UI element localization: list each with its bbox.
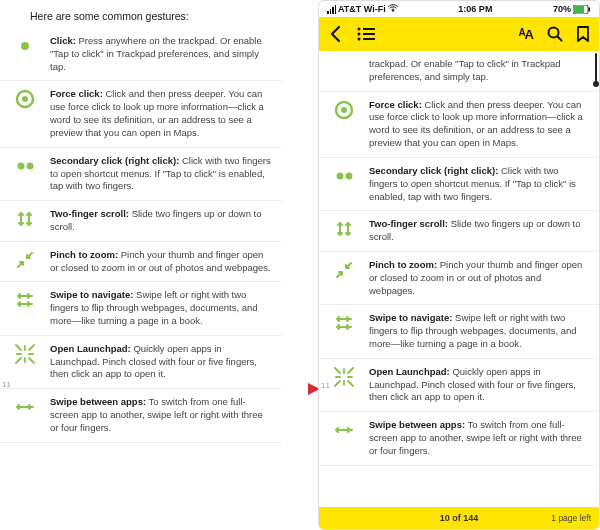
svg-rect-11	[363, 33, 375, 35]
list-item: Force click: Click and then press deeper…	[0, 81, 282, 147]
gesture-text: Pinch to zoom: Pinch your thumb and fing…	[369, 259, 593, 297]
gesture-text: Swipe to navigate: Swipe left or right w…	[50, 289, 276, 327]
scroll-indicator[interactable]	[595, 53, 597, 83]
arrow-annotation	[282, 0, 318, 530]
force-click-icon	[327, 99, 361, 150]
battery-label: 70%	[553, 4, 571, 14]
svg-rect-7	[589, 7, 591, 11]
secondary-click-icon	[8, 155, 42, 193]
search-button[interactable]	[547, 26, 563, 42]
gesture-text: Secondary click (right click): Click wit…	[369, 165, 593, 203]
bookmark-button[interactable]	[577, 26, 589, 42]
list-item: trackpad. Or enable "Tap to click" in Tr…	[319, 51, 599, 92]
launchpad-icon	[8, 343, 42, 381]
signal-icon	[327, 5, 336, 14]
gesture-text: Two-finger scroll: Slide two fingers up …	[369, 218, 593, 244]
svg-point-10	[358, 33, 361, 36]
page-number: 11	[2, 380, 11, 389]
gesture-text: Click: Press anywhere on the trackpad. O…	[50, 35, 276, 73]
back-button[interactable]	[329, 25, 343, 43]
list-item: Open Launchpad: Quickly open apps in Lau…	[0, 336, 282, 389]
force-click-icon	[8, 88, 42, 139]
right-pane: AT&T Wi-Fi 1:06 PM 70% AA trackpad. Or e…	[318, 0, 600, 530]
pages-left: 1 page left	[551, 513, 591, 523]
gesture-text: Pinch to zoom: Pinch your thumb and fing…	[50, 249, 276, 275]
gesture-text: Force click: Click and then press deeper…	[369, 99, 593, 150]
gesture-text: Open Launchpad: Quickly open apps in Lau…	[50, 343, 276, 381]
swipe-apps-icon	[327, 419, 361, 457]
toc-button[interactable]	[357, 27, 375, 41]
page-header: Here are some common gestures:	[0, 0, 282, 28]
list-item: Click: Press anywhere on the trackpad. O…	[0, 28, 282, 81]
clock: 1:06 PM	[458, 4, 492, 14]
pinch-icon	[327, 259, 361, 297]
gesture-text: trackpad. Or enable "Tap to click" in Tr…	[369, 58, 593, 84]
list-item: Secondary click (right click): Click wit…	[319, 158, 599, 211]
list-item: Swipe to navigate: Swipe left or right w…	[319, 305, 599, 358]
svg-rect-9	[363, 28, 375, 30]
gesture-text: Force click: Click and then press deeper…	[50, 88, 276, 139]
svg-rect-13	[363, 38, 375, 40]
gesture-text: Swipe to navigate: Swipe left or right w…	[369, 312, 593, 350]
svg-rect-6	[574, 6, 584, 13]
wifi-icon	[388, 4, 398, 14]
swipe-icon	[327, 312, 361, 350]
gesture-text: Open Launchpad: Quickly open apps in Lau…	[369, 366, 593, 404]
list-item: Secondary click (right click): Click wit…	[0, 148, 282, 201]
carrier-label: AT&T Wi-Fi	[338, 4, 386, 14]
list-item: Force click: Click and then press deeper…	[319, 92, 599, 158]
list-item: Open Launchpad: Quickly open apps in Lau…	[319, 359, 599, 412]
page-number: 11	[321, 381, 330, 390]
secondary-click-icon	[327, 165, 361, 203]
list-item: Swipe between apps: To switch from one f…	[0, 389, 282, 442]
pinch-icon	[8, 249, 42, 275]
svg-point-12	[358, 38, 361, 41]
swipe-icon	[8, 289, 42, 327]
list-item: Two-finger scroll: Slide two fingers up …	[319, 211, 599, 252]
launchpad-icon	[327, 366, 361, 404]
reader-toolbar: AA	[319, 17, 599, 51]
gesture-list: Click: Press anywhere on the trackpad. O…	[0, 28, 282, 443]
gesture-list[interactable]: trackpad. Or enable "Tap to click" in Tr…	[319, 51, 599, 466]
status-bar: AT&T Wi-Fi 1:06 PM 70%	[319, 1, 599, 17]
scroll-icon	[8, 208, 42, 234]
gesture-text: Two-finger scroll: Slide two fingers up …	[50, 208, 276, 234]
swipe-apps-icon	[8, 396, 42, 434]
battery-icon	[573, 5, 591, 14]
left-pane: Here are some common gestures: Click: Pr…	[0, 0, 282, 530]
scroll-icon	[327, 218, 361, 244]
svg-point-8	[358, 28, 361, 31]
arrow-icon	[282, 380, 318, 400]
gesture-text: Swipe between apps: To switch from one f…	[369, 419, 593, 457]
reader-footer: 10 of 144 1 page left	[319, 507, 599, 529]
gesture-text: Secondary click (right click): Click wit…	[50, 155, 276, 193]
list-item: Two-finger scroll: Slide two fingers up …	[0, 201, 282, 242]
list-item: Pinch to zoom: Pinch your thumb and fing…	[319, 252, 599, 305]
scroll-knob[interactable]	[593, 81, 599, 87]
click-icon	[8, 35, 42, 73]
list-item: Pinch to zoom: Pinch your thumb and fing…	[0, 242, 282, 283]
gesture-text: Swipe between apps: To switch from one f…	[50, 396, 276, 434]
list-item: Swipe to navigate: Swipe left or right w…	[0, 282, 282, 335]
appearance-button[interactable]: AA	[518, 27, 533, 42]
list-item: Swipe between apps: To switch from one f…	[319, 412, 599, 465]
page-progress: 10 of 144	[440, 513, 479, 523]
